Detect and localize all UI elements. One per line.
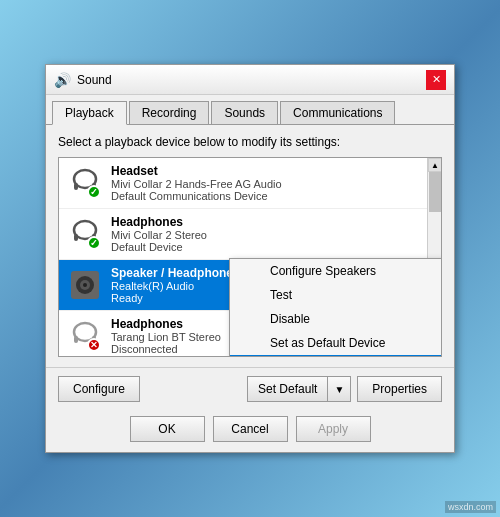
window-title: Sound: [77, 73, 112, 87]
tab-sounds[interactable]: Sounds: [211, 101, 278, 124]
device-badge-headset: ✓: [87, 185, 101, 199]
device-item-headphones-default[interactable]: ✓ Headphones Mivi Collar 2 Stereo Defaul…: [59, 209, 441, 260]
ctx-set-default[interactable]: Set as Default Device: [230, 331, 442, 355]
headset-icon-wrap: ✓: [67, 165, 103, 201]
ctx-disable[interactable]: Disable: [230, 307, 442, 331]
device-item-headset[interactable]: ✓ Headset Mivi Collar 2 Hands-Free AG Au…: [59, 158, 441, 209]
device-badge-headphones: ✓: [87, 236, 101, 250]
set-default-split: Set Default ▼: [247, 376, 351, 402]
scroll-up-button[interactable]: ▲: [428, 158, 442, 172]
apply-button[interactable]: Apply: [296, 416, 371, 442]
title-bar: 🔊 Sound ✕: [46, 65, 454, 95]
cancel-button[interactable]: Cancel: [213, 416, 288, 442]
ok-button[interactable]: OK: [130, 416, 205, 442]
context-menu: Configure Speakers Test Disable Set as D…: [229, 258, 442, 357]
device-name-headphones: Headphones: [111, 215, 433, 229]
tab-bar: Playback Recording Sounds Communications: [46, 95, 454, 125]
device-sub-headphones: Mivi Collar 2 Stereo: [111, 229, 433, 241]
ctx-test[interactable]: Test: [230, 283, 442, 307]
tab-recording[interactable]: Recording: [129, 101, 210, 124]
set-default-button[interactable]: Set Default: [247, 376, 327, 402]
tab-playback[interactable]: Playback: [52, 101, 127, 125]
bottom-buttons: Configure Set Default ▼ Properties: [46, 367, 454, 410]
svg-point-9: [83, 283, 87, 287]
headphones-disc-icon-wrap: ✕: [67, 318, 103, 354]
headphones-icon-wrap: ✓: [67, 216, 103, 252]
svg-rect-11: [74, 336, 78, 343]
device-status-headset: Default Communications Device: [111, 190, 433, 202]
scroll-thumb[interactable]: [429, 172, 441, 212]
speaker-icon-wrap: [67, 267, 103, 303]
device-list[interactable]: ✓ Headset Mivi Collar 2 Hands-Free AG Au…: [58, 157, 442, 357]
window-icon: 🔊: [54, 72, 71, 88]
device-info-headset: Headset Mivi Collar 2 Hands-Free AG Audi…: [111, 164, 433, 202]
speaker-svg: [67, 267, 103, 303]
device-badge-disc: ✕: [87, 338, 101, 352]
tab-communications[interactable]: Communications: [280, 101, 395, 124]
device-name-headset: Headset: [111, 164, 433, 178]
svg-rect-4: [74, 234, 78, 241]
device-sub-headset: Mivi Collar 2 Hands-Free AG Audio: [111, 178, 433, 190]
set-default-dropdown[interactable]: ▼: [327, 376, 351, 402]
device-status-headphones: Default Device: [111, 241, 433, 253]
properties-button[interactable]: Properties: [357, 376, 442, 402]
svg-rect-1: [74, 183, 78, 190]
content-area: Select a playback device below to modify…: [46, 125, 454, 367]
ctx-set-default-comm[interactable]: Set as Default Communication Device: [230, 355, 442, 357]
ctx-configure-speakers[interactable]: Configure Speakers: [230, 259, 442, 283]
configure-button[interactable]: Configure: [58, 376, 140, 402]
title-left: 🔊 Sound: [54, 72, 112, 88]
watermark: wsxdn.com: [445, 501, 496, 513]
instruction-text: Select a playback device below to modify…: [58, 135, 442, 149]
close-button[interactable]: ✕: [426, 70, 446, 90]
device-info-headphones: Headphones Mivi Collar 2 Stereo Default …: [111, 215, 433, 253]
sound-dialog: 🔊 Sound ✕ Playback Recording Sounds Comm…: [45, 64, 455, 453]
ok-cancel-row: OK Cancel Apply: [46, 410, 454, 452]
